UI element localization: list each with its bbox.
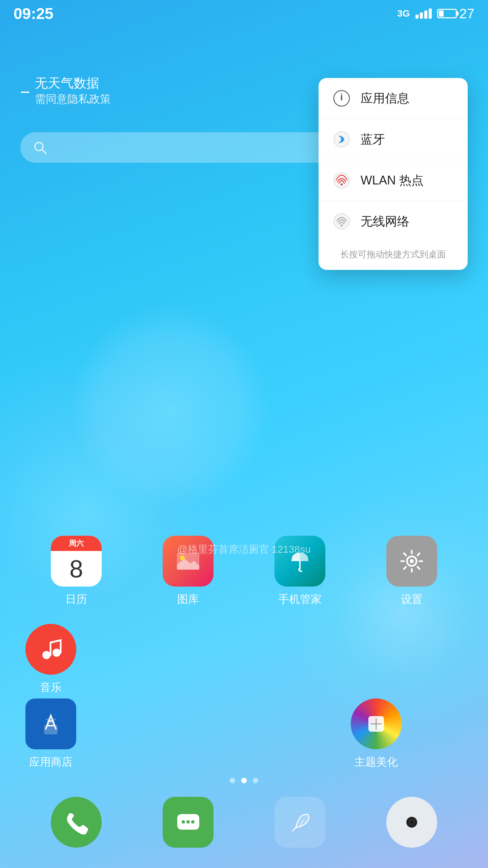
- menu-item-app-info[interactable]: i 应用信息: [319, 78, 468, 119]
- camera-icon: [386, 797, 437, 848]
- dock-browser[interactable]: [274, 797, 325, 848]
- status-time: 09:25: [14, 4, 54, 23]
- background-blob-2: [285, 495, 488, 732]
- page-dot-3[interactable]: [253, 778, 258, 783]
- weather-widget[interactable]: -- 无天气数据 需同意隐私政策: [20, 75, 111, 107]
- svg-line-23: [292, 828, 296, 831]
- app-row-2: 音乐: [0, 624, 488, 695]
- dock: [0, 797, 488, 848]
- watermark: @格里芬首席洁厕官 12138su: [0, 542, 488, 556]
- dock-sms[interactable]: [163, 797, 214, 848]
- app-item-theme[interactable]: 主题美化: [346, 698, 407, 770]
- svg-point-20: [182, 820, 185, 824]
- signal-type: 3G: [397, 8, 410, 19]
- svg-point-15: [53, 649, 61, 657]
- menu-item-bluetooth[interactable]: 蓝牙: [319, 119, 468, 160]
- settings-label: 设置: [401, 592, 423, 607]
- appstore-label: 应用商店: [29, 755, 73, 770]
- theme-icon: [351, 698, 402, 749]
- page-dots: [0, 778, 488, 783]
- calendar-date: 8: [69, 557, 83, 581]
- context-menu-arrow: [435, 78, 447, 79]
- app-row-3: 应用商店 主题美化: [0, 698, 488, 770]
- weather-privacy: 需同意隐私政策: [35, 92, 111, 107]
- svg-point-22: [191, 820, 195, 824]
- dock-camera[interactable]: [386, 797, 437, 848]
- search-icon: [33, 140, 47, 155]
- phonemanager-label: 手机管家: [278, 592, 322, 607]
- weather-text: 无天气数据 需同意隐私政策: [35, 75, 111, 107]
- phone-icon: [51, 797, 102, 848]
- status-icons: 3G 27: [397, 6, 474, 21]
- bluetooth-icon: [332, 130, 351, 149]
- battery-icon: [437, 9, 457, 18]
- svg-point-6: [341, 183, 343, 185]
- svg-point-7: [334, 214, 349, 229]
- calendar-label: 日历: [65, 592, 87, 607]
- browser-icon: [274, 797, 325, 848]
- theme-label: 主题美化: [354, 755, 398, 770]
- svg-point-21: [186, 820, 190, 824]
- svg-point-14: [42, 651, 50, 659]
- battery: 27: [437, 6, 475, 21]
- app-item-music[interactable]: 音乐: [20, 624, 81, 695]
- menu-item-hotspot[interactable]: WLAN 热点: [319, 160, 468, 201]
- gallery-label: 图库: [177, 592, 199, 607]
- svg-point-8: [341, 224, 343, 226]
- sms-icon: [163, 797, 214, 848]
- weather-dash: --: [20, 81, 28, 101]
- battery-fill: [439, 11, 444, 17]
- svg-point-26: [410, 821, 413, 824]
- svg-rect-17: [44, 725, 58, 734]
- context-menu-hint: 长按可拖动快捷方式到桌面: [319, 242, 468, 270]
- menu-label-bluetooth: 蓝牙: [361, 131, 385, 148]
- music-icon: [25, 624, 76, 675]
- context-menu: i 应用信息 蓝牙 WLAN 热点: [319, 78, 468, 270]
- weather-no-data: 无天气数据: [35, 75, 111, 92]
- appstore-icon: [25, 698, 76, 749]
- svg-line-16: [50, 640, 61, 643]
- info-icon: i: [332, 89, 351, 108]
- page-dot-2[interactable]: [241, 778, 247, 783]
- svg-point-13: [410, 559, 414, 563]
- page-dot-1[interactable]: [230, 778, 235, 783]
- music-label: 音乐: [40, 680, 62, 695]
- svg-text:i: i: [340, 92, 343, 102]
- menu-label-hotspot: WLAN 热点: [361, 172, 424, 189]
- hotspot-icon: [332, 171, 351, 190]
- app-item-appstore[interactable]: 应用商店: [20, 698, 81, 770]
- wifi-icon: [332, 212, 351, 231]
- status-bar: 09:25 3G 27: [0, 0, 488, 27]
- menu-item-wifi[interactable]: 无线网络: [319, 201, 468, 242]
- battery-level: 27: [460, 6, 475, 21]
- dock-phone[interactable]: [51, 797, 102, 848]
- menu-label-wifi: 无线网络: [361, 213, 409, 230]
- svg-line-1: [42, 150, 46, 154]
- signal-bars: [415, 8, 432, 19]
- menu-label-app-info: 应用信息: [361, 90, 409, 107]
- background-blob-3: [68, 305, 271, 509]
